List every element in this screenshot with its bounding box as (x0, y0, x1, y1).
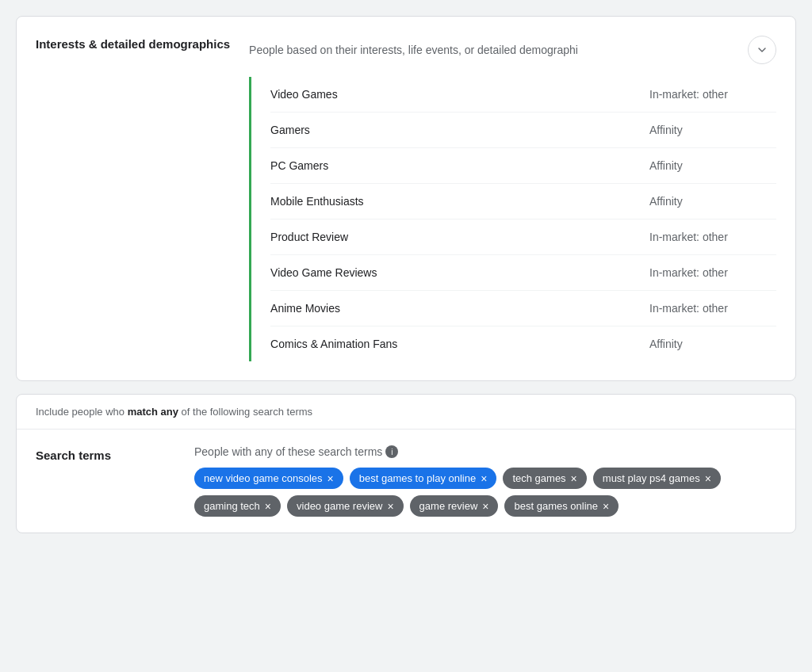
interest-name: Mobile Enthusiasts (270, 195, 649, 208)
interest-row: Comics & Animation Fans Affinity (270, 326, 776, 361)
tag-label: new video game consoles (204, 472, 323, 484)
notice-bold: match any (128, 406, 178, 418)
interest-row: Video Games In-market: other (270, 77, 776, 113)
tag-label: best games to play online (359, 472, 476, 484)
interest-type: Affinity (649, 195, 776, 208)
interest-name: Video Games (270, 88, 649, 101)
interest-type: In-market: other (649, 302, 776, 315)
interest-name: Comics & Animation Fans (270, 338, 649, 350)
tag-label: game review (419, 500, 478, 512)
tag-close-icon[interactable]: × (327, 473, 334, 484)
interest-name: Product Review (270, 231, 649, 243)
interest-name: Video Game Reviews (270, 266, 649, 279)
tag-close-icon[interactable]: × (603, 501, 609, 512)
interest-row: Mobile Enthusiasts Affinity (270, 184, 776, 220)
tag-close-icon[interactable]: × (481, 473, 487, 484)
interests-header: People based on their interests, life ev… (249, 36, 776, 64)
tags-container: new video game consoles×best games to pl… (194, 468, 776, 517)
interest-type: In-market: other (649, 88, 776, 101)
search-tag[interactable]: video game review× (287, 495, 404, 517)
interest-name: Gamers (270, 124, 649, 136)
tag-close-icon[interactable]: × (265, 501, 271, 512)
search-terms-section: Search terms People with any of these se… (17, 430, 795, 533)
interest-row: Product Review In-market: other (270, 220, 776, 255)
search-terms-card: Include people who match any of the foll… (16, 394, 796, 533)
tag-label: best games online (514, 500, 598, 512)
search-terms-label: Search terms (36, 445, 194, 462)
interests-list: Video Games In-market: other Gamers Affi… (249, 77, 776, 361)
search-terms-content: People with any of these search terms i … (194, 445, 776, 517)
interest-type: Affinity (649, 159, 776, 172)
interests-card: Interests & detailed demographics People… (16, 16, 796, 381)
tag-label: video game review (297, 500, 382, 512)
interest-name: PC Gamers (270, 159, 649, 172)
search-tag[interactable]: tech games× (503, 468, 586, 489)
search-tag[interactable]: must play ps4 games× (593, 468, 721, 489)
interest-row: PC Gamers Affinity (270, 148, 776, 184)
notice-prefix: Include people who (36, 406, 128, 418)
interests-label: Interests & detailed demographics (36, 36, 249, 52)
search-tag[interactable]: best games to play online× (350, 468, 497, 489)
search-terms-header: People with any of these search terms i (194, 445, 776, 458)
info-icon[interactable]: i (385, 445, 398, 458)
interest-type: Affinity (649, 338, 776, 350)
interest-type: In-market: other (649, 266, 776, 279)
interest-type: In-market: other (649, 231, 776, 243)
chevron-down-button[interactable] (748, 36, 776, 64)
interests-section: Interests & detailed demographics People… (17, 17, 795, 380)
tag-close-icon[interactable]: × (705, 473, 711, 484)
tag-label: must play ps4 games (603, 472, 700, 484)
search-tag[interactable]: new video game consoles× (194, 468, 343, 489)
tag-label: gaming tech (204, 500, 260, 512)
interest-row: Video Game Reviews In-market: other (270, 255, 776, 291)
tag-label: tech games (512, 472, 565, 484)
search-tag[interactable]: game review× (410, 495, 499, 517)
interest-name: Anime Movies (270, 302, 649, 315)
interests-description: People based on their interests, life ev… (249, 44, 578, 56)
tag-close-icon[interactable]: × (482, 501, 488, 512)
search-tag[interactable]: best games online× (504, 495, 619, 517)
interest-row: Gamers Affinity (270, 113, 776, 148)
search-tag[interactable]: gaming tech× (194, 495, 281, 517)
interests-content: People based on their interests, life ev… (249, 36, 776, 361)
search-terms-notice: Include people who match any of the foll… (17, 395, 795, 430)
notice-suffix: of the following search terms (178, 406, 312, 418)
chevron-down-icon (756, 44, 768, 56)
interest-row: Anime Movies In-market: other (270, 291, 776, 326)
search-terms-header-text: People with any of these search terms (194, 445, 382, 458)
interest-type: Affinity (649, 124, 776, 136)
tag-close-icon[interactable]: × (387, 501, 393, 512)
tag-close-icon[interactable]: × (571, 473, 577, 484)
